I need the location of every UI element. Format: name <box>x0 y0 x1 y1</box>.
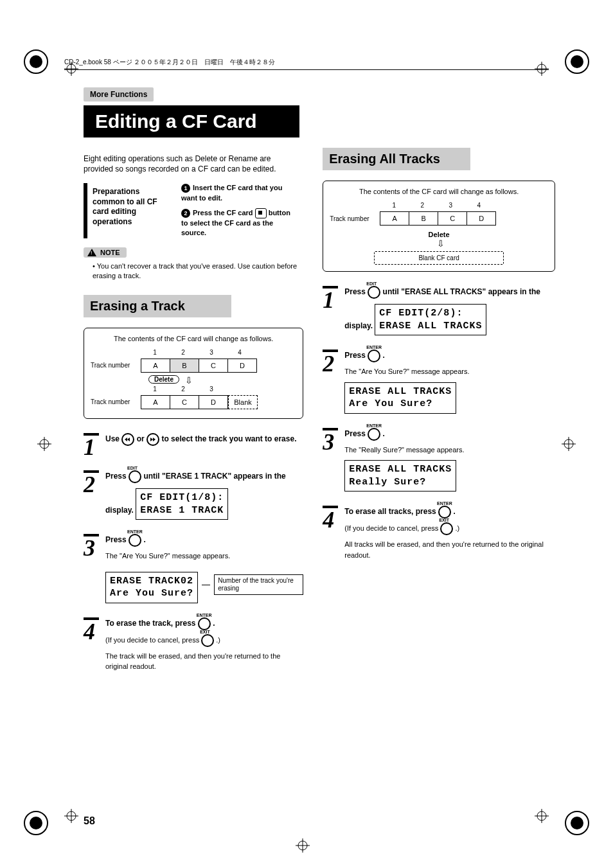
note-tab: NOTE <box>84 247 127 258</box>
edit-button-icon: EDIT <box>129 470 141 483</box>
page-number: 58 <box>84 815 95 827</box>
note-label: NOTE <box>100 249 120 256</box>
enter-button-icon: ENTER <box>368 428 380 441</box>
circled-one-icon: 1 <box>181 184 190 193</box>
section-erase-track: Erasing a Track <box>84 295 231 317</box>
prep-item-1: Insert the CF card that you want to edit… <box>181 184 282 201</box>
print-header: CD-2_e.book 58 ページ ２００５年２月２０日 日曜日 午後４時２８… <box>64 58 549 70</box>
exit-button-icon: EXIT <box>440 522 453 535</box>
circled-two-icon: 2 <box>181 209 190 218</box>
left-step-4: 4 To erase the track, press ENTER . (If … <box>84 617 303 672</box>
step-number: 4 <box>84 617 99 641</box>
right-step-1: 1 Press EDIT until "ERASE ALL TRACKS" ap… <box>323 286 555 335</box>
right-step-3: 3 Press ENTER . The "Really Sure?" messa… <box>323 428 555 492</box>
down-arrow-icon: ⇩ <box>185 375 193 385</box>
down-arrow-icon: ⇩ <box>437 238 445 249</box>
erase-track-diagram: The contents of the CF card will change … <box>84 328 303 419</box>
step-number: 1 <box>323 286 338 310</box>
left-step-1: 1 Use or to select the track you want to… <box>84 433 303 457</box>
step-number: 3 <box>323 428 338 452</box>
page-title: Editing a CF Card <box>84 105 299 137</box>
left-step-2: 2 Press EDIT until "ERASE 1 TRACK" appea… <box>84 470 303 520</box>
prev-track-button-icon <box>121 433 134 446</box>
lcd-display: ERASE ALL TRACKS Are You Sure? <box>344 382 456 414</box>
erase-all-diagram: The contents of the CF card will change … <box>323 181 555 272</box>
preparations-box: Preparations common to all CF card editi… <box>84 183 296 238</box>
enter-button-icon: ENTER <box>129 534 141 547</box>
edit-button-icon: EDIT <box>368 286 380 299</box>
step-number: 2 <box>323 350 338 373</box>
next-track-button-icon <box>147 433 159 446</box>
warning-triangle-icon <box>87 249 96 256</box>
blank-card-box: Blank CF card <box>374 251 504 265</box>
section-erase-all: Erasing All Tracks <box>323 148 470 170</box>
enter-button-icon: ENTER <box>368 350 380 362</box>
delete-pill: Delete <box>148 375 179 384</box>
note-text: • You can't recover a track that you've … <box>93 261 298 281</box>
right-step-2: 2 Press ENTER . The "Are You Sure?" mess… <box>323 350 555 414</box>
exit-button-icon: EXIT <box>201 634 214 647</box>
callout-box: Number of the track you're erasing <box>214 574 303 595</box>
step-number: 3 <box>84 534 99 558</box>
left-step-3: 3 Press ENTER . The "Are You Sure?" mess… <box>84 534 303 603</box>
file-info-text: CD-2_e.book 58 ページ ２００５年２月２０日 日曜日 午後４時２８… <box>64 58 275 66</box>
intro-text: Eight editing operations such as Delete … <box>84 154 296 174</box>
lcd-display: CF EDIT(2/8): ERASE ALL TRACKS <box>375 304 486 335</box>
enter-button-icon: ENTER <box>198 617 211 630</box>
enter-button-icon: ENTER <box>438 506 451 518</box>
step-number: 2 <box>84 470 99 494</box>
right-step-4: 4 To erase all tracks, press ENTER . (If… <box>323 506 555 560</box>
breadcrumb: More Functions <box>84 87 154 102</box>
step-number: 4 <box>323 506 338 529</box>
lcd-display: ERASE ALL TRACKS Really Sure? <box>344 460 456 492</box>
prep-item-2a: Press the CF card <box>193 209 253 217</box>
preparations-heading: Preparations common to all CF card editi… <box>84 183 175 238</box>
lcd-display: CF EDIT(1/8): ERASE 1 TRACK <box>136 488 228 520</box>
lcd-display: ERASE TRACK02 Are You Sure? <box>105 572 198 603</box>
step-number: 1 <box>84 433 99 457</box>
stop-button-icon <box>255 208 267 218</box>
